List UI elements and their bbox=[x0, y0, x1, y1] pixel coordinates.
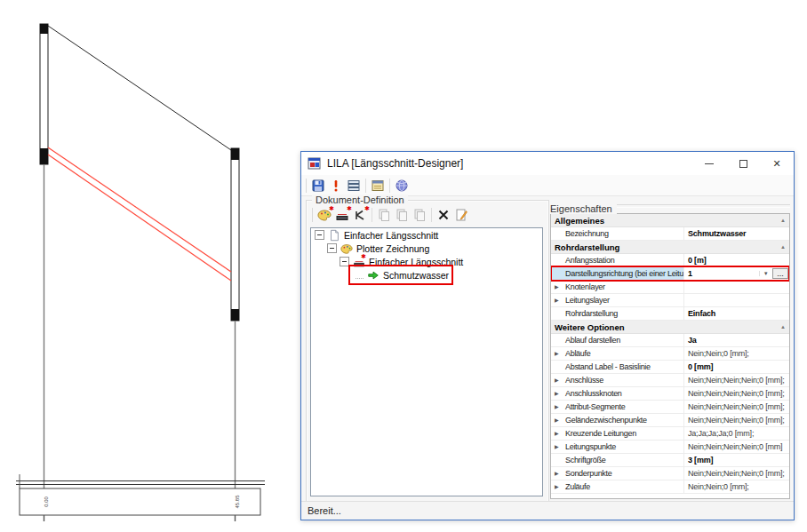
property-row-rohrdarstellung[interactable]: Rohrdarstellung Einfach bbox=[551, 307, 789, 321]
property-row-anschluesse[interactable]: ▶Anschlüsse Nein;Nein;Nein;Nein;0 [mm]; bbox=[551, 374, 789, 387]
close-button[interactable]: ✕ bbox=[760, 152, 794, 175]
property-value[interactable] bbox=[684, 281, 789, 293]
property-value[interactable]: Nein;Nein;0 [mm]; bbox=[684, 347, 789, 360]
property-label: Sonderpunkte bbox=[565, 469, 611, 478]
expand-arrow-icon[interactable]: ▶ bbox=[555, 443, 559, 449]
property-value[interactable]: Nein;Nein;Nein;Nein;0 [mm]; bbox=[684, 401, 789, 413]
property-label: Schriftgröße bbox=[565, 456, 605, 465]
tree-collapse-toggle[interactable] bbox=[315, 230, 324, 240]
property-row-anfangsstation[interactable]: Anfangsstation 0 [m] bbox=[551, 254, 789, 267]
tree-item-label: Plotter Zeichnung bbox=[356, 243, 429, 254]
group-title: Dokument-Definition bbox=[312, 195, 408, 205]
delete-button[interactable] bbox=[435, 207, 452, 223]
expand-arrow-icon[interactable]: ▶ bbox=[555, 430, 559, 436]
section-header-rohrdarstellung[interactable]: Rohrdarstellung ▲ bbox=[551, 241, 789, 254]
tree-item-root[interactable]: Einfacher Längsschnitt bbox=[311, 228, 542, 242]
property-value[interactable]: 3 [mm] bbox=[684, 454, 789, 466]
save-button[interactable] bbox=[309, 178, 327, 194]
property-label: Ablauf darstellen bbox=[565, 336, 620, 345]
property-row-schriftgroesse[interactable]: Schriftgröße 3 [mm] bbox=[551, 454, 789, 467]
properties-icon bbox=[371, 179, 385, 193]
paste-button[interactable] bbox=[393, 207, 411, 223]
property-row-attribut-segmente[interactable]: ▶Attribut-Segmente Nein;Nein;Nein;Nein;0… bbox=[551, 401, 789, 414]
expand-arrow-icon[interactable]: ▶ bbox=[555, 403, 559, 409]
tree-item-einfacher-laengsschnitt[interactable]: ✱ Einfacher Längsschnitt bbox=[311, 255, 542, 268]
palette-icon bbox=[340, 242, 353, 255]
property-value[interactable]: 1 bbox=[688, 269, 692, 278]
property-value[interactable]: Nein;Nein;Nein;Nein;0 [mm]; bbox=[684, 414, 789, 426]
property-row-bezeichnung[interactable]: Bezeichnung Schmutzwasser bbox=[551, 227, 789, 241]
ellipsis-button[interactable]: ... bbox=[772, 268, 788, 279]
tree-collapse-toggle[interactable] bbox=[340, 257, 349, 266]
print-button[interactable] bbox=[345, 178, 363, 194]
expand-arrow-icon[interactable]: ▶ bbox=[555, 470, 559, 476]
property-value[interactable]: Nein;Nein;Nein;Nein;0 [mm]; bbox=[684, 374, 789, 386]
property-row-darstellungsrichtung[interactable]: Darstellungsrichtung (bei einer Leitung)… bbox=[551, 267, 789, 281]
toolbar-separator bbox=[431, 208, 432, 222]
property-row-anschlussknoten[interactable]: ▶Anschlussknoten Nein;Nein;Nein;Nein;0 [… bbox=[551, 387, 789, 401]
dropdown-arrow-icon[interactable]: ▼ bbox=[759, 271, 771, 276]
property-value[interactable]: Einfach bbox=[684, 307, 789, 320]
add-zeichnung-button[interactable]: ✱ bbox=[316, 207, 333, 223]
maximize-button[interactable] bbox=[726, 152, 760, 175]
property-row-sonderpunkte[interactable]: ▶Sonderpunkte Nein;Nein;Nein;Nein;0 [mm]… bbox=[551, 467, 789, 480]
property-label: Anfangsstation bbox=[565, 256, 614, 265]
property-value[interactable]: Nein;Nein;Nein;Nein;0 [mm]; bbox=[684, 387, 789, 400]
property-value[interactable]: Schmutzwasser bbox=[684, 227, 789, 240]
generate-button[interactable] bbox=[327, 178, 345, 194]
station-band bbox=[16, 474, 265, 521]
duplicate-icon bbox=[412, 208, 427, 222]
property-row-kreuzende-leitungen[interactable]: ▶Kreuzende Leitungen Ja;Ja;Ja;Ja;0 [mm]; bbox=[551, 427, 789, 441]
property-value[interactable]: Ja;Ja;Ja;Ja;0 [mm]; bbox=[684, 427, 789, 440]
property-row-knotenlayer[interactable]: ▶Knotenlayer bbox=[551, 281, 789, 294]
web-export-button[interactable] bbox=[393, 178, 411, 194]
exclamation-icon bbox=[329, 179, 343, 193]
expand-arrow-icon[interactable]: ▶ bbox=[555, 283, 559, 290]
tree-item-label: Schmutzwasser bbox=[383, 270, 449, 281]
maximize-icon bbox=[739, 160, 747, 168]
collapse-arrow-icon[interactable]: ▲ bbox=[780, 244, 786, 250]
edit-button[interactable] bbox=[452, 207, 470, 223]
property-row-ablauf-darstellen[interactable]: Ablauf darstellen Ja bbox=[551, 334, 789, 347]
property-row-gelaendezwischenpunkte[interactable]: ▶Geländezwischenpunkte Nein;Nein;Nein;Ne… bbox=[551, 414, 789, 427]
property-value[interactable]: 0 [mm] bbox=[684, 361, 789, 373]
document-toolbar: ✱ ✱ ✱ bbox=[309, 206, 546, 224]
expand-arrow-icon[interactable]: ▶ bbox=[555, 350, 559, 356]
property-label: Anschlüsse bbox=[565, 376, 603, 385]
property-value[interactable]: Ja bbox=[684, 334, 789, 346]
minus-glyph bbox=[330, 248, 334, 249]
property-value[interactable]: 0 [m] bbox=[684, 254, 789, 266]
expand-arrow-icon[interactable]: ▶ bbox=[555, 417, 559, 423]
tree-connector bbox=[356, 271, 364, 279]
collapse-arrow-icon[interactable]: ▲ bbox=[780, 324, 786, 330]
status-bar: Bereit... bbox=[301, 501, 794, 520]
minimize-button[interactable] bbox=[692, 152, 726, 175]
tree-item-plotter-zeichnung[interactable]: Plotter Zeichnung bbox=[311, 242, 542, 255]
property-row-leitungslayer[interactable]: ▶Leitungslayer bbox=[551, 294, 789, 307]
property-value[interactable]: Nein;Nein;0 [mm]; bbox=[684, 480, 789, 493]
property-label: Kreuzende Leitungen bbox=[565, 429, 636, 438]
tree-collapse-toggle[interactable] bbox=[327, 243, 337, 253]
properties-button[interactable] bbox=[369, 178, 387, 194]
section-header-allgemeines[interactable]: Allgemeines ▲ bbox=[551, 214, 789, 227]
add-laengsschnitt-button[interactable]: ✱ bbox=[333, 207, 351, 223]
tree-item-schmutzwasser[interactable]: Schmutzwasser bbox=[311, 268, 542, 282]
expand-arrow-icon[interactable]: ▶ bbox=[555, 377, 559, 383]
add-leitung-button[interactable]: ✱ bbox=[351, 207, 369, 223]
expand-arrow-icon[interactable]: ▶ bbox=[555, 297, 559, 303]
copy-button[interactable] bbox=[375, 207, 393, 223]
property-value[interactable] bbox=[684, 294, 789, 306]
property-row-ablaeufe[interactable]: ▶Abläufe Nein;Nein;0 [mm]; bbox=[551, 347, 789, 361]
property-row-leitungspunkte[interactable]: ▶Leitungspunkte Nein;Nein;Nein;Nein;0 [m… bbox=[551, 441, 789, 454]
property-row-zulaeufe[interactable]: ▶Zuläufe Nein;Nein;0 [mm]; bbox=[551, 480, 789, 494]
property-value[interactable]: Nein;Nein;Nein;Nein;0 [mm]; bbox=[684, 467, 789, 480]
property-row-abstand-label[interactable]: Abstand Label - Basislinie 0 [mm] bbox=[551, 361, 789, 374]
property-value[interactable]: Nein;Nein;Nein;Nein;0 [mm] bbox=[684, 441, 789, 453]
duplicate-button[interactable] bbox=[411, 207, 428, 223]
expand-arrow-icon[interactable]: ▶ bbox=[555, 483, 559, 489]
collapse-arrow-icon[interactable]: ▲ bbox=[780, 218, 786, 223]
titlebar[interactable]: LILA [Längsschnitt-Designer] ✕ bbox=[301, 152, 794, 175]
delete-icon bbox=[436, 208, 451, 222]
expand-arrow-icon[interactable]: ▶ bbox=[555, 390, 559, 396]
section-header-weitere-optionen[interactable]: Weitere Optionen ▲ bbox=[551, 321, 789, 334]
